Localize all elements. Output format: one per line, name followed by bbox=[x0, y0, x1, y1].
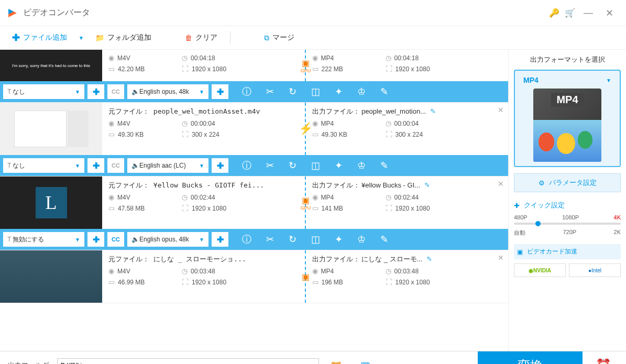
effects-icon[interactable]: ✦ bbox=[335, 86, 343, 97]
quick-settings-title: ✚ クイック設定 bbox=[514, 201, 621, 210]
edit-icon[interactable]: ✎ bbox=[380, 86, 388, 97]
thumbnail[interactable] bbox=[0, 250, 102, 303]
remove-file-button[interactable]: ✕ bbox=[498, 106, 504, 114]
source-filename: 元ファイル： people_wel_motionAsset.m4v bbox=[108, 107, 299, 116]
source-filename: 元ファイル： にしな _ スローモーショ... bbox=[108, 255, 299, 264]
subtitle-select[interactable]: T 無効にする▼ bbox=[3, 232, 84, 247]
parameter-settings-button[interactable]: ⚙ パラメータ設定 bbox=[514, 173, 621, 192]
cut-icon[interactable]: ✂ bbox=[266, 160, 274, 171]
output-folder-label: 出力フォルダ: bbox=[8, 361, 51, 364]
file-item: I'm sorry, sorry that it's had to come t… bbox=[0, 50, 508, 103]
rotate-icon[interactable]: ↻ bbox=[289, 86, 296, 97]
titlebar: ビデオコンバータ 🔑 🛒 — ✕ bbox=[0, 0, 626, 26]
rotate-icon[interactable]: ↻ bbox=[289, 160, 296, 171]
remove-file-button[interactable]: ✕ bbox=[498, 180, 504, 188]
key-icon[interactable]: 🔑 bbox=[546, 8, 562, 18]
gpu-badge: ▣GPU bbox=[299, 195, 313, 210]
crop-icon[interactable]: ◫ bbox=[311, 160, 320, 171]
sidebar: 出力フォーマットを選択 MP4▼ MP4 ⚙ パラメータ設定 ✚ クイック設定 … bbox=[508, 50, 626, 351]
quality-labels: 自動 720P 2K bbox=[514, 229, 621, 237]
info-icon[interactable]: ⓘ bbox=[242, 159, 251, 172]
effects-icon[interactable]: ✦ bbox=[335, 234, 343, 245]
format-preview: MP4 bbox=[533, 89, 601, 162]
thumbnail[interactable]: I'm sorry, sorry that it's had to come t… bbox=[0, 50, 102, 81]
watermark-icon[interactable]: ♔ bbox=[357, 86, 366, 97]
file-icon: ▭ bbox=[108, 65, 115, 73]
add-audio-button[interactable]: ✚ bbox=[212, 84, 228, 99]
clear-button[interactable]: 🗑 クリア bbox=[181, 31, 222, 45]
cc-button[interactable]: CC bbox=[107, 232, 124, 247]
chevron-down-icon: ▼ bbox=[606, 78, 611, 83]
resolution-icon: ⛶ bbox=[386, 65, 392, 73]
crop-icon[interactable]: ◫ bbox=[311, 234, 320, 245]
file-item: 元ファイル： にしな _ スローモーショ... ◉M4V ◷00:03:48 ▭… bbox=[0, 250, 508, 303]
toolbar: ✚ ファイル追加 ▼ 📁 フォルダ追加 🗑 クリア ⧉ マージ bbox=[0, 26, 626, 50]
intel-logo: ● Intel bbox=[569, 263, 621, 277]
footer: 出力フォルダ: D:¥ff¥kj ▼ 📂 ▦ 変換 ⏰ bbox=[0, 351, 626, 364]
browse-button[interactable]: ▦ bbox=[355, 359, 376, 364]
bolt-icon: ⚡ bbox=[299, 122, 313, 136]
cc-button[interactable]: CC bbox=[107, 158, 124, 173]
plus-icon: ✚ bbox=[514, 202, 520, 209]
rotate-icon[interactable]: ↻ bbox=[289, 234, 296, 245]
edit-icon[interactable]: ✎ bbox=[380, 234, 388, 245]
add-subtitle-button[interactable]: ✚ bbox=[87, 158, 104, 173]
output-filename: 出力ファイル： にしな _ スローモ...✎ bbox=[312, 255, 502, 264]
resolution-labels: 480P 1080P 4K bbox=[514, 214, 621, 220]
output-path-select[interactable]: D:¥ff¥kj ▼ bbox=[57, 358, 319, 364]
format-icon: ◉ bbox=[108, 54, 114, 62]
cut-icon[interactable]: ✂ bbox=[266, 86, 274, 97]
add-subtitle-button[interactable]: ✚ bbox=[87, 232, 104, 247]
cc-button[interactable]: CC bbox=[107, 84, 124, 99]
info-icon[interactable]: ⓘ bbox=[242, 85, 251, 98]
action-bar: T なし▼ ✚ CC 🔈English opus, 48k▼ ✚ ⓘ ✂ ↻ ◫… bbox=[0, 81, 508, 102]
file-item: 元ファイル： people_wel_motionAsset.m4v ◉M4V ◷… bbox=[0, 103, 508, 177]
open-folder-button[interactable]: 📂 bbox=[325, 359, 349, 364]
subtitle-select[interactable]: T なし▼ bbox=[3, 84, 84, 99]
action-bar: T 無効にする▼ ✚ CC 🔈English opus, 48k▼ ✚ ⓘ ✂ … bbox=[0, 229, 508, 250]
watermark-icon[interactable]: ♔ bbox=[357, 234, 366, 245]
merge-icon: ⧉ bbox=[264, 34, 269, 42]
edit-name-button[interactable]: ✎ bbox=[424, 181, 430, 189]
output-filename: 出力ファイル： people_wel_motion...✎ bbox=[312, 107, 502, 116]
add-audio-button[interactable]: ✚ bbox=[212, 232, 228, 247]
add-folder-button[interactable]: 📁 フォルダ追加 bbox=[91, 31, 156, 45]
thumbnail[interactable] bbox=[0, 103, 102, 155]
cut-icon[interactable]: ✂ bbox=[266, 234, 274, 245]
gpu-vendor-logos: ◉ NVIDIA ● Intel bbox=[514, 263, 621, 277]
minimize-button[interactable]: — bbox=[578, 7, 599, 18]
close-button[interactable]: ✕ bbox=[599, 7, 620, 19]
gpu-badge: ▣GPU bbox=[299, 58, 313, 73]
info-icon[interactable]: ⓘ bbox=[242, 233, 251, 246]
resolution-slider[interactable] bbox=[514, 223, 621, 225]
nvidia-logo: ◉ NVIDIA bbox=[514, 263, 566, 277]
edit-icon[interactable]: ✎ bbox=[380, 160, 388, 171]
gpu-acceleration-button[interactable]: ▣ ビデオカード加速 bbox=[514, 244, 621, 259]
convert-button[interactable]: 変換 bbox=[478, 351, 583, 364]
audio-select[interactable]: 🔈English opus, 48k▼ bbox=[127, 84, 208, 99]
folder-plus-icon: 📁 bbox=[95, 34, 104, 42]
divider bbox=[230, 31, 230, 44]
remove-file-button[interactable]: ✕ bbox=[498, 253, 504, 262]
merge-button[interactable]: ⧉ マージ bbox=[260, 31, 299, 45]
thumbnail[interactable]: L bbox=[0, 177, 102, 229]
app-title: ビデオコンバータ bbox=[23, 7, 546, 18]
effects-icon[interactable]: ✦ bbox=[335, 160, 343, 171]
watermark-icon[interactable]: ♔ bbox=[357, 160, 366, 171]
add-file-button[interactable]: ✚ ファイル追加 bbox=[8, 30, 71, 46]
add-file-dropdown[interactable]: ▼ bbox=[75, 35, 87, 41]
schedule-button[interactable]: ⏰ bbox=[589, 351, 618, 364]
edit-name-button[interactable]: ✎ bbox=[426, 255, 432, 263]
cart-icon[interactable]: 🛒 bbox=[562, 8, 578, 18]
subtitle-select[interactable]: T なし▼ bbox=[3, 158, 84, 173]
audio-select[interactable]: 🔈English aac (LC)▼ bbox=[127, 158, 208, 173]
format-card[interactable]: MP4▼ MP4 bbox=[514, 70, 621, 167]
add-subtitle-button[interactable]: ✚ bbox=[87, 84, 104, 99]
output-filename: 出力ファイル： ¥ellow Bucks - GI...✎ bbox=[312, 181, 502, 190]
sidebar-title: 出力フォーマットを選択 bbox=[514, 55, 621, 64]
add-audio-button[interactable]: ✚ bbox=[212, 158, 228, 173]
edit-name-button[interactable]: ✎ bbox=[430, 107, 436, 115]
crop-icon[interactable]: ◫ bbox=[311, 86, 320, 97]
audio-select[interactable]: 🔈English opus, 48k▼ bbox=[127, 232, 208, 247]
gpu-badge: ▣ bbox=[299, 269, 313, 284]
